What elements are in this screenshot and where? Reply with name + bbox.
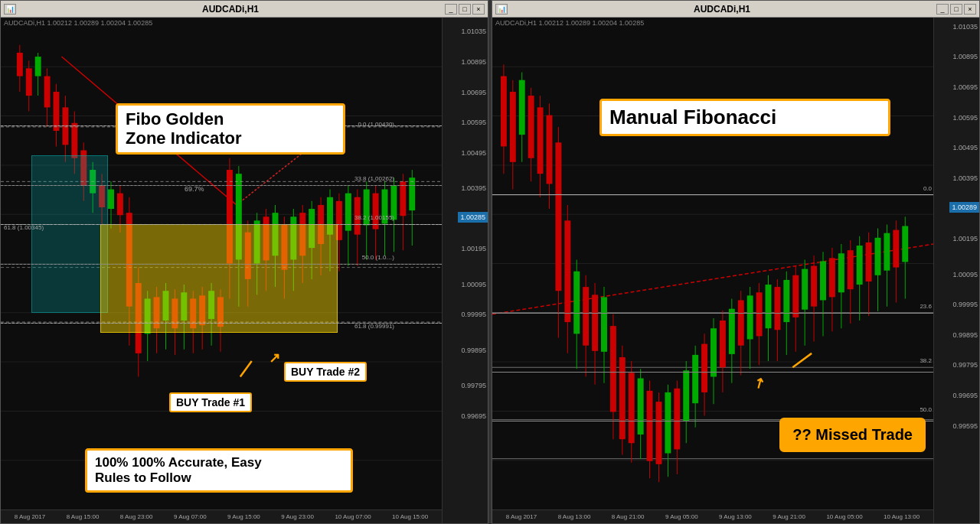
left-title-line2: Zone Indicator	[126, 129, 335, 148]
right-current-price-badge: 1.00289	[949, 202, 979, 213]
svg-rect-194	[829, 258, 835, 297]
left-chart-panel: 📊 AUDCADi,H1 _ □ × AUDCADi,H1 1.00212 1.…	[0, 0, 488, 524]
svg-rect-17	[35, 57, 41, 76]
svg-rect-152	[638, 379, 644, 434]
right-price-9: 1.00095	[952, 271, 978, 278]
right-titlebar-left-controls: 📊	[495, 4, 508, 15]
left-price-4: 1.00595	[461, 119, 486, 126]
svg-rect-190	[811, 266, 817, 307]
right-price-1: 1.01035	[952, 23, 978, 31]
missed-trade-text: ?? Missed Trade	[792, 426, 913, 443]
right-time-scale: 8 Aug 2017 8 Aug 13:00 8 Aug 21:00 9 Aug…	[492, 509, 933, 523]
svg-line-100	[240, 361, 252, 376]
fib-label-618: 61.8 (0.99991)	[354, 323, 394, 330]
left-time-5: 9 Aug 15:00	[227, 513, 260, 520]
left-price-13: 0.99695	[461, 412, 486, 420]
right-fib-label-500: 50.0	[920, 406, 932, 413]
left-time-4: 9 Aug 07:00	[174, 513, 207, 520]
left-chart-canvas[interactable]: 0.0 (1.00430) 33.8 (1.00262) 38.2 (1.001…	[1, 18, 442, 509]
svg-rect-97	[400, 181, 406, 216]
right-time-5: 9 Aug 13:00	[719, 513, 752, 520]
left-title-line1: Fibo Golden	[126, 110, 335, 129]
svg-rect-15	[26, 68, 32, 96]
right-titlebar-icon[interactable]: 📊	[495, 4, 508, 15]
fib-line-338	[1, 185, 442, 186]
left-price-3: 1.00695	[461, 89, 486, 96]
right-price-4: 1.00595	[952, 114, 978, 122]
left-time-3: 8 Aug 23:00	[120, 513, 153, 520]
left-time-8: 10 Aug 15:00	[392, 513, 428, 520]
svg-rect-21	[54, 92, 60, 131]
right-time-3: 8 Aug 21:00	[612, 513, 645, 520]
left-time-1: 8 Aug 2017	[15, 513, 45, 520]
svg-rect-184	[783, 280, 789, 322]
left-current-price-badge: 1.00285	[458, 212, 488, 223]
svg-rect-204	[875, 238, 881, 275]
fib-line-500	[1, 264, 442, 265]
svg-rect-99	[409, 177, 415, 210]
left-maximize-btn[interactable]: □	[459, 4, 471, 15]
svg-rect-162	[683, 370, 689, 421]
right-close-btn[interactable]: ×	[964, 4, 976, 15]
left-price-scale: 1.01035 1.00895 1.00695 1.00595 1.00495 …	[442, 18, 488, 523]
fib-label-338: 33.8 (1.00262)	[354, 175, 394, 182]
right-price-13: 0.99695	[952, 392, 978, 399]
trend-label: 69.7%	[185, 185, 204, 193]
right-titlebar: 📊 AUDCADi,H1 _ □ ×	[492, 1, 979, 18]
fib-label-0: 0.0 (1.00430)	[358, 121, 394, 128]
svg-rect-166	[701, 344, 707, 392]
right-chart-panel: 📊 AUDCADi,H1 _ □ × AUDCADi,H1 1.00212 1.…	[492, 0, 980, 524]
right-fib-382	[492, 372, 933, 373]
svg-rect-124	[510, 92, 516, 162]
svg-rect-160	[674, 389, 680, 450]
right-minimize-btn[interactable]: _	[936, 4, 949, 15]
svg-rect-192	[820, 261, 826, 300]
left-bottom-text1: 100%	[95, 455, 132, 470]
missed-trade-box: ?? Missed Trade	[779, 418, 926, 452]
left-price-6: 1.00395	[461, 184, 486, 192]
right-fib-label-0: 0.0	[923, 185, 932, 192]
svg-rect-142	[592, 295, 598, 350]
left-time-6: 9 Aug 23:00	[281, 513, 314, 520]
right-title-text: AUDCADi,H1	[508, 4, 936, 15]
left-price-5: 1.00495	[461, 149, 486, 157]
svg-rect-180	[766, 285, 772, 328]
svg-rect-210	[902, 226, 908, 262]
svg-rect-202	[866, 242, 872, 282]
svg-rect-134	[555, 142, 561, 291]
svg-rect-176	[747, 295, 753, 339]
left-close-btn[interactable]: ×	[472, 4, 485, 15]
svg-rect-122	[501, 76, 507, 147]
right-price-2: 1.00895	[952, 53, 978, 60]
right-maximize-btn[interactable]: □	[950, 4, 962, 15]
left-price-10: 0.99995	[461, 311, 486, 318]
left-titlebar-icon[interactable]: 📊	[4, 4, 16, 15]
right-info-bar: AUDCADi,H1 1.00212 1.00289 1.00204 1.002…	[495, 19, 644, 27]
fib-line-382	[1, 224, 442, 225]
right-price-11: 0.99895	[952, 331, 978, 339]
right-price-3: 1.00695	[952, 83, 978, 91]
svg-rect-128	[528, 96, 534, 158]
left-bottom-annotation: 100% 100% Accurate, Easy Rules to Follow	[85, 448, 353, 493]
right-fib-236	[492, 313, 933, 314]
svg-rect-35	[117, 194, 123, 216]
svg-rect-154	[647, 391, 653, 461]
right-price-8: 1.00195	[952, 235, 978, 242]
svg-rect-138	[573, 272, 580, 334]
fib-label-618-left: 61.8 (1.00345)	[4, 224, 44, 231]
left-bottom-text: 100% 100% Accurate, Easy Rules to Follow	[95, 455, 343, 487]
svg-rect-198	[848, 250, 854, 289]
right-price-14: 0.99595	[952, 422, 978, 430]
left-bottom-text3: Rules to Follow	[95, 470, 191, 485]
left-minimize-btn[interactable]: _	[445, 4, 457, 15]
left-title-text: AUDCADi,H1	[16, 4, 445, 15]
svg-rect-158	[665, 392, 671, 454]
svg-rect-200	[857, 246, 863, 285]
left-yellow-zone	[100, 224, 338, 332]
svg-rect-136	[564, 220, 570, 322]
svg-rect-140	[583, 287, 589, 346]
right-fib-0	[492, 194, 933, 195]
fib-label-500: 50.0 (1.0…)	[362, 254, 394, 261]
svg-rect-33	[108, 190, 114, 210]
left-titlebar-left-controls: 📊	[4, 4, 16, 15]
